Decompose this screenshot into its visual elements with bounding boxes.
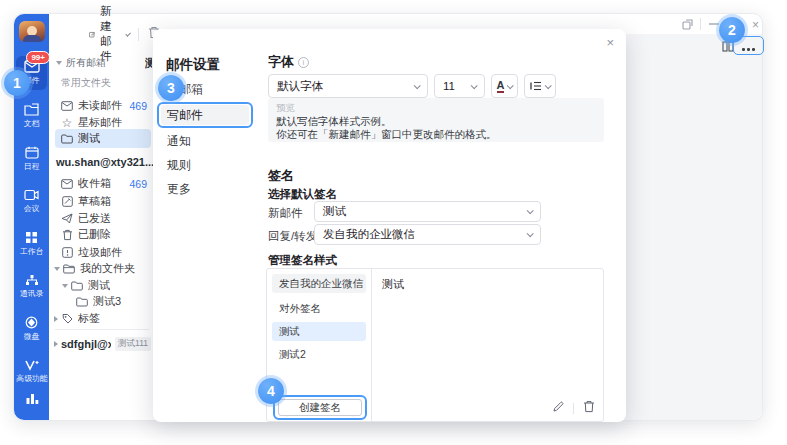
signature-item[interactable]: 发自我的企业微信 bbox=[272, 274, 366, 293]
folder-inbox[interactable]: 收件箱 469 bbox=[61, 175, 151, 192]
preview-line: 默认写信字体样式示例。 bbox=[276, 115, 596, 128]
close-window-icon[interactable]: × bbox=[752, 18, 759, 32]
font-size-value: 11 bbox=[443, 80, 455, 92]
folder-panel: 新建邮件 所有邮箱 常用文件夹 未读邮件 469 ☆ 星标邮件 测试 wu.sh… bbox=[49, 14, 153, 420]
chevron-down-icon bbox=[507, 82, 514, 89]
sidebar-item-calendar[interactable]: 日程 bbox=[16, 142, 47, 176]
reply-signature-dropdown[interactable]: 发自我的企业微信 bbox=[314, 224, 541, 245]
sidebar-item-label: 文档 bbox=[24, 118, 40, 129]
inbox-icon bbox=[61, 178, 73, 190]
annotation-box-create-signature bbox=[273, 395, 367, 420]
folder-icon bbox=[76, 296, 88, 308]
default-signature-heading: 选择默认签名 bbox=[268, 187, 337, 202]
unread-mail-icon bbox=[61, 100, 73, 112]
sidebar-item-contacts[interactable]: 通讯录 bbox=[16, 270, 47, 303]
manage-signatures-heading: 管理签名样式 bbox=[268, 253, 337, 268]
sidebar-item-label: 工作台 bbox=[20, 246, 43, 257]
folder-sent[interactable]: 已发送 bbox=[61, 210, 151, 227]
sidebar-item-drive[interactable]: 微盘 bbox=[16, 312, 47, 346]
folder-label: 未读邮件 bbox=[78, 98, 122, 113]
folder-test-selected[interactable]: 测试 bbox=[55, 129, 151, 148]
chevron-down-icon bbox=[414, 82, 421, 89]
folder-my-folders[interactable]: 我的文件夹 bbox=[54, 260, 151, 277]
chevron-down-icon bbox=[125, 31, 131, 37]
folder-unread[interactable]: 未读邮件 469 bbox=[61, 97, 151, 114]
annotation-step-4: 4 bbox=[258, 378, 284, 404]
sidebar-item-label: 日程 bbox=[24, 161, 40, 172]
modal-title: 邮件设置 bbox=[166, 56, 220, 74]
reply-forward-label: 回复/转发 bbox=[268, 229, 317, 244]
unread-count: 469 bbox=[129, 100, 151, 112]
folder-sub-test[interactable]: 测试 bbox=[62, 277, 151, 294]
drafts-icon bbox=[61, 196, 73, 208]
calendar-icon bbox=[25, 146, 39, 159]
new-mail-signature-dropdown[interactable]: 测试 bbox=[314, 201, 541, 222]
expander-icon bbox=[54, 341, 58, 347]
signature-item[interactable]: 对外签名 bbox=[272, 299, 366, 318]
folder-label: 草稿箱 bbox=[78, 194, 111, 209]
account-header-1[interactable]: wu.shan@xty321.... bbox=[56, 156, 157, 168]
minimize-icon[interactable] bbox=[709, 23, 719, 25]
trash-icon bbox=[61, 229, 73, 241]
folder-label: 垃圾邮件 bbox=[78, 245, 122, 260]
font-color-button[interactable]: A bbox=[491, 74, 518, 98]
delete-signature-icon[interactable] bbox=[583, 399, 595, 417]
annotation-step-2: 2 bbox=[719, 17, 745, 43]
maillist-title-fragment: 测 bbox=[145, 56, 152, 71]
expander-icon bbox=[56, 61, 62, 65]
annotation-box-compose-menu bbox=[157, 102, 253, 128]
all-mailboxes-toggle[interactable]: 所有邮箱 bbox=[56, 54, 151, 71]
folder-label: 已发送 bbox=[78, 211, 111, 226]
expander-icon bbox=[62, 284, 68, 288]
chevron-down-icon bbox=[527, 207, 534, 214]
drive-icon bbox=[25, 316, 38, 329]
signature-manager: 发自我的企业微信 对外签名 测试 测试2 创建签名 测试 bbox=[266, 268, 604, 422]
preview-label: 预览 bbox=[276, 102, 596, 115]
folder-drafts[interactable]: 草稿箱 bbox=[61, 193, 151, 210]
more-icon bbox=[741, 37, 756, 55]
font-family-dropdown[interactable]: 默认字体 bbox=[268, 74, 428, 98]
font-size-dropdown[interactable]: 11 bbox=[434, 74, 485, 98]
account-header-2[interactable]: sdfghjl@xt... 测试111 bbox=[54, 335, 151, 352]
list-format-icon bbox=[530, 77, 542, 95]
folder-icon bbox=[61, 133, 73, 145]
workbench-icon bbox=[25, 231, 38, 244]
folder-tags[interactable]: 标签 bbox=[54, 310, 151, 327]
sidebar-item-meeting[interactable]: 会议 bbox=[16, 185, 47, 218]
folder-label: 我的文件夹 bbox=[80, 261, 135, 276]
annotation-step-3: 3 bbox=[158, 75, 184, 101]
folder-label: 星标邮件 bbox=[78, 115, 122, 130]
divider bbox=[700, 18, 701, 30]
list-format-button[interactable] bbox=[524, 74, 556, 98]
popout-icon[interactable] bbox=[682, 19, 693, 30]
folder-deleted[interactable]: 已删除 bbox=[61, 226, 151, 243]
sidebar-item-stats[interactable] bbox=[16, 388, 47, 408]
sidebar-item-advanced[interactable]: 高级功能 bbox=[16, 355, 47, 388]
close-modal-icon[interactable]: × bbox=[606, 35, 614, 50]
expander-icon bbox=[54, 267, 60, 271]
signature-section-heading: 签名 bbox=[268, 167, 294, 185]
avatar[interactable] bbox=[19, 21, 45, 42]
app-window: 99+ 邮件 文档 日程 会议 工作台 通讯录 微盘 bbox=[13, 13, 763, 421]
folder-group-icon bbox=[63, 263, 75, 275]
new-mail-label: 新邮件 bbox=[268, 206, 303, 221]
settings-menu-rules[interactable]: 规则 bbox=[161, 155, 249, 175]
settings-menu-more[interactable]: 更多 bbox=[161, 179, 249, 199]
signature-item-selected[interactable]: 测试 bbox=[272, 322, 366, 341]
edit-signature-icon[interactable] bbox=[552, 399, 564, 417]
sidebar-item-label: 通讯录 bbox=[20, 288, 43, 299]
signature-item[interactable]: 测试2 bbox=[272, 345, 366, 364]
contacts-icon bbox=[25, 274, 39, 286]
settings-menu-notifications[interactable]: 通知 bbox=[161, 131, 249, 151]
sidebar-item-workbench[interactable]: 工作台 bbox=[16, 227, 47, 261]
all-mailboxes-label: 所有邮箱 bbox=[66, 56, 106, 70]
font-preview-box: 预览 默认写信字体样式示例。 你还可在「新建邮件」窗口中更改邮件的格式。 bbox=[268, 98, 604, 142]
sidebar-item-docs[interactable]: 文档 bbox=[16, 99, 47, 133]
folder-junk[interactable]: 垃圾邮件 bbox=[61, 244, 151, 261]
folder-label: 标签 bbox=[78, 311, 100, 326]
reply-signature-value: 发自我的企业微信 bbox=[323, 227, 415, 242]
font-family-value: 默认字体 bbox=[277, 79, 323, 94]
tag-icon bbox=[61, 313, 73, 325]
folder-sub-test3[interactable]: 测试3 bbox=[76, 293, 151, 310]
section-common-folders: 常用文件夹 bbox=[61, 76, 111, 90]
